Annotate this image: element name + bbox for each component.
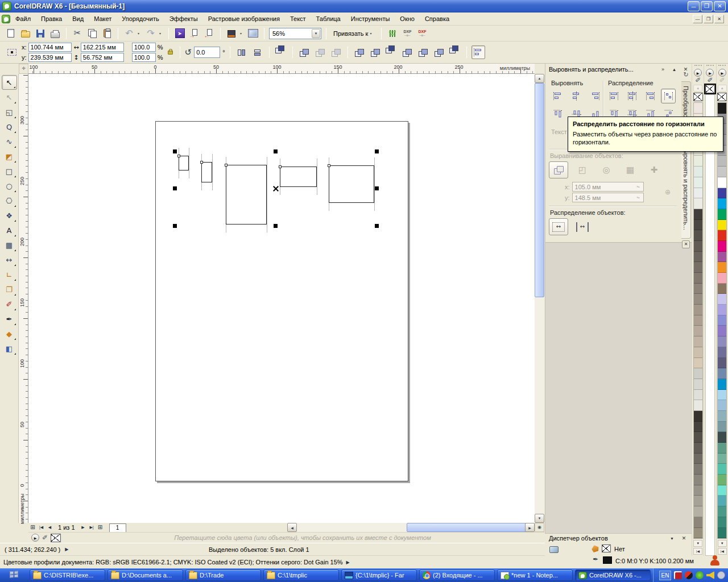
zoom-tool[interactable]: Q bbox=[2, 119, 17, 134]
undo-button[interactable]: ↶ bbox=[123, 27, 135, 40]
color-swatch[interactable] bbox=[718, 411, 726, 422]
menu-item[interactable]: Справка bbox=[420, 14, 454, 24]
palette-eyedropper-icon[interactable]: ✐ bbox=[695, 77, 701, 84]
corel-account-icon[interactable] bbox=[709, 555, 721, 566]
welcome-screen-button[interactable] bbox=[247, 27, 259, 40]
color-swatch[interactable] bbox=[694, 432, 702, 443]
align-right-button[interactable] bbox=[588, 89, 602, 103]
snap-to-dropdown[interactable]: Привязать к ▾ bbox=[331, 30, 377, 37]
export-button[interactable]: ← bbox=[203, 27, 216, 40]
selection-handle[interactable] bbox=[375, 186, 379, 190]
copy-button[interactable] bbox=[86, 27, 98, 40]
connector-tool[interactable]: ∟ bbox=[2, 267, 17, 282]
color-swatch[interactable] bbox=[718, 103, 726, 114]
trim-button[interactable] bbox=[369, 45, 382, 59]
shape-tool[interactable]: ↖ bbox=[2, 90, 17, 105]
color-swatch[interactable] bbox=[694, 454, 702, 464]
no-color-swatch[interactable] bbox=[693, 93, 703, 101]
next-page-button[interactable]: ▶ bbox=[79, 523, 88, 532]
color-swatch[interactable] bbox=[718, 188, 726, 199]
distribute-right-button[interactable] bbox=[643, 89, 657, 103]
tray-spider-icon[interactable] bbox=[696, 571, 704, 579]
align-center-h-button[interactable] bbox=[569, 89, 584, 103]
table-tool[interactable]: ▦ bbox=[2, 238, 17, 252]
menu-item[interactable]: Упорядочить bbox=[117, 14, 164, 24]
palette-grip[interactable] bbox=[718, 65, 726, 67]
color-swatch[interactable] bbox=[718, 454, 726, 464]
scale-y-input[interactable]: 100.0 bbox=[132, 53, 156, 62]
selected-rectangle[interactable] bbox=[201, 162, 212, 182]
menu-item[interactable]: Эффекты bbox=[164, 14, 203, 24]
language-indicator[interactable]: EN bbox=[659, 571, 671, 580]
outline-pen-tool[interactable]: ✒ bbox=[2, 311, 17, 326]
zoom-combo-dropdown-icon[interactable]: ▼ bbox=[312, 29, 320, 38]
quick-zoom-button[interactable]: ◉ bbox=[535, 523, 544, 532]
no-color-swatch[interactable] bbox=[705, 85, 715, 93]
color-swatch[interactable] bbox=[694, 506, 702, 517]
color-swatch[interactable] bbox=[694, 198, 702, 209]
menu-item[interactable]: Таблица bbox=[311, 14, 346, 24]
text-tool[interactable]: A bbox=[2, 223, 17, 238]
previous-page-button[interactable]: ◀ bbox=[46, 523, 54, 532]
color-swatch[interactable] bbox=[694, 379, 702, 390]
scroll-right-button[interactable]: ▶ bbox=[525, 523, 535, 532]
document-close-button[interactable] bbox=[714, 15, 724, 23]
front-minus-back-button[interactable] bbox=[416, 45, 430, 59]
vertical-scrollbar[interactable]: ▲ ▼ bbox=[535, 74, 544, 523]
color-swatch[interactable] bbox=[694, 475, 702, 485]
color-swatch[interactable] bbox=[694, 368, 702, 379]
color-swatch[interactable] bbox=[694, 443, 702, 454]
fill-none-swatch[interactable] bbox=[602, 544, 611, 552]
palette-eyedropper-icon[interactable]: ✐ bbox=[707, 77, 713, 84]
color-swatch[interactable] bbox=[718, 379, 726, 390]
color-swatch[interactable] bbox=[718, 252, 726, 263]
color-swatch[interactable] bbox=[694, 209, 702, 220]
color-swatch[interactable] bbox=[718, 400, 726, 411]
docker-tabs-close-icon[interactable]: ✕ bbox=[682, 240, 690, 248]
taskbar-button[interactable]: (2) Входящие - ... bbox=[419, 569, 495, 581]
menu-item[interactable]: Растровые изображения bbox=[203, 14, 285, 24]
color-swatch[interactable] bbox=[694, 156, 702, 167]
selection-handle[interactable] bbox=[173, 186, 177, 190]
docker-y-input[interactable]: 148.5 мм▾▴ bbox=[572, 193, 644, 202]
object-x-input[interactable]: 100.744 мм bbox=[28, 43, 72, 52]
color-swatch[interactable] bbox=[694, 464, 702, 475]
undo-dropdown[interactable]: ▾ bbox=[138, 31, 142, 35]
color-swatch[interactable] bbox=[694, 358, 702, 369]
application-launcher-button[interactable] bbox=[225, 27, 238, 40]
page-tab[interactable]: 1 bbox=[109, 523, 126, 532]
vertical-scroll-thumb[interactable] bbox=[535, 83, 544, 297]
color-swatch[interactable] bbox=[718, 368, 726, 379]
color-swatch[interactable] bbox=[718, 464, 726, 475]
palette-scroll-up-button[interactable]: ▲ bbox=[693, 85, 702, 92]
color-swatch[interactable] bbox=[718, 305, 726, 315]
taskbar-button[interactable]: *new 1 - Notep... bbox=[497, 569, 573, 581]
selection-handle[interactable] bbox=[375, 224, 379, 228]
palette-flyout-button[interactable]: ▶ bbox=[694, 69, 702, 77]
color-swatch[interactable] bbox=[718, 273, 726, 284]
print-button[interactable] bbox=[49, 27, 61, 40]
color-swatch[interactable] bbox=[718, 517, 726, 528]
minimize-button[interactable] bbox=[688, 1, 700, 11]
color-swatch[interactable] bbox=[694, 336, 702, 347]
color-swatch[interactable] bbox=[718, 506, 726, 517]
selection-handle[interactable] bbox=[274, 149, 278, 153]
extent-of-page-button[interactable]: ↔ bbox=[573, 218, 592, 235]
color-swatch[interactable] bbox=[718, 485, 726, 496]
object-manager-close-icon[interactable] bbox=[680, 535, 688, 542]
object-width-input[interactable]: 162.215 мм bbox=[81, 43, 124, 52]
docker-x-input[interactable]: 105.0 мм▾▴ bbox=[572, 182, 644, 192]
redo-button[interactable]: ↷ bbox=[144, 27, 157, 40]
smart-fill-tool[interactable]: ◩ bbox=[2, 149, 17, 164]
color-swatch[interactable] bbox=[694, 294, 702, 305]
horizontal-scroll-thumb[interactable] bbox=[407, 523, 528, 532]
options-button[interactable] bbox=[386, 27, 399, 40]
color-swatch[interactable] bbox=[718, 443, 726, 454]
color-swatch[interactable] bbox=[718, 167, 726, 177]
add-page-before-button[interactable]: ⊞ bbox=[28, 523, 37, 532]
selected-rectangle[interactable] bbox=[329, 165, 374, 203]
lock-ratio-icon[interactable] bbox=[168, 51, 173, 55]
open-button[interactable] bbox=[19, 27, 32, 40]
crop-tool[interactable]: ◱ bbox=[2, 105, 17, 119]
palette-scroll-end-button[interactable]: |◀ bbox=[693, 548, 702, 555]
